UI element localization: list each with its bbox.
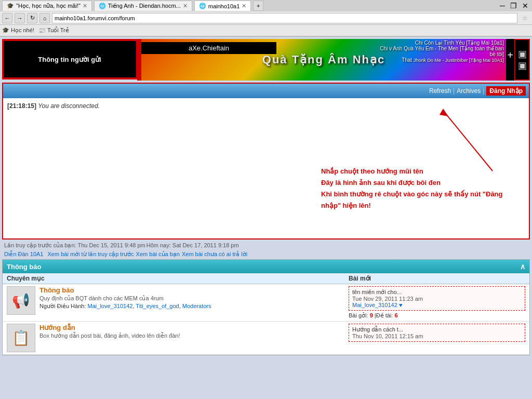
stat-topics-1: 6 xyxy=(394,312,397,318)
forum-panel: Refresh | Archives | Đăng Nhập [21:18:15… xyxy=(2,83,530,240)
newpost-author-1[interactable]: Mai_love_310142 ♥ xyxy=(352,302,522,308)
username-text: aXe.Chieftain xyxy=(189,44,229,52)
tab-2[interactable]: 🌐 Tiếng Anh - Diendan.hocm... ✕ xyxy=(94,1,192,11)
tab-3-close[interactable]: ✕ xyxy=(242,3,246,9)
dangnhap-button[interactable]: Đăng Nhập xyxy=(486,86,526,96)
back-button[interactable]: ← xyxy=(2,13,12,23)
bookmark-hocnhe[interactable]: 🎓 Học nhé! xyxy=(2,27,34,34)
banner-left: Thông tin người gửi xyxy=(2,39,137,79)
tab-1-label: "Học, học nữa, học mãi!" xyxy=(16,3,81,9)
collapse-button[interactable]: ∧ xyxy=(520,262,525,271)
thongbao-title: Thông báo xyxy=(7,263,41,271)
forum-title-1[interactable]: Thông báo xyxy=(39,286,344,294)
newpost-box-2: Hướng dẫn cách t... Thu Nov 10, 2011 12:… xyxy=(349,324,525,342)
forum-title-2[interactable]: Hướng dẫn xyxy=(39,324,344,331)
forum-icon-img-2: 📋 xyxy=(12,329,30,347)
chat-text: You are disconnected. xyxy=(38,102,100,110)
reload-button[interactable]: ↻ xyxy=(27,13,37,23)
forum-desc-1: Quy định của BQT dành cho các MEM của 4r… xyxy=(39,295,344,302)
banner-icon-2[interactable]: ▣ xyxy=(518,60,527,71)
bookmarks-bar: 🎓 Học nhé! 📰 Tuổi Trẻ xyxy=(0,25,532,36)
tab-2-close[interactable]: ✕ xyxy=(183,3,188,9)
thongbao-section: Thông báo ∧ Chuyên mục Bài mới 📢 Thông b… xyxy=(2,259,530,355)
annotation-line2: Đây là hình ảnh sau khi được bôi đen xyxy=(321,177,503,189)
annotation-line1: Nhắp chuột theo hướng mũi tên xyxy=(321,166,503,177)
banner-area: Thông tin người gửi Quà Tặng Âm Nhạc Chi… xyxy=(2,39,530,81)
your-posts-link[interactable]: Xem bài của bạn xyxy=(136,251,180,258)
annotation-text: Nhắp chuột theo hướng mũi tên Đây là hìn… xyxy=(321,166,503,211)
separator-1: | xyxy=(453,87,455,95)
newpost-box-1: tên miền mới cho... Tue Nov 29, 2011 11:… xyxy=(349,286,525,311)
forum-header: Refresh | Archives | Đăng Nhập xyxy=(3,84,529,98)
newpost-date-1: Tue Nov 29, 2011 11:23 am xyxy=(352,296,522,302)
newpost-stats-1: Bài gởi: 9 |Đề tài: 6 xyxy=(349,312,525,319)
svg-line-0 xyxy=(446,114,493,171)
address-bar[interactable] xyxy=(52,13,517,23)
banner-left-inner: Thông tin người gửi xyxy=(4,41,136,77)
bookmark-hocnhe-icon: 🎓 xyxy=(2,27,9,34)
page-content: Thông tin người gửi Quà Tặng Âm Nhạc Chi… xyxy=(0,37,532,388)
new-tab-button[interactable]: + xyxy=(253,1,263,11)
tab-1[interactable]: 🎓 "Học, học nữa, học mãi!" ✕ xyxy=(2,1,92,11)
forum-desc-2: Box hướng dẫn post bài, đăng ảnh, video … xyxy=(39,332,344,339)
forum-row-2: 📋 Hướng dẫn Box hướng dẫn post bài, đăng… xyxy=(3,322,529,355)
home-button[interactable]: ⌂ xyxy=(39,13,50,23)
banner-add-icon-area: + xyxy=(506,39,514,81)
chat-timestamp: [21:18:15] xyxy=(7,102,36,110)
chat-area: [21:18:15] You are disconnected. Nhắp ch… xyxy=(3,98,529,238)
bookmark-star[interactable]: ☆ xyxy=(520,13,530,23)
newpost-title-1: tên miền mới cho... xyxy=(352,289,522,296)
forum-link[interactable]: Diễn Đàn 10A1 xyxy=(4,251,44,258)
col-header-baimoi: Bài mới xyxy=(349,275,525,282)
tab-1-favicon: 🎓 xyxy=(7,3,14,9)
forum-icon-2: 📋 xyxy=(7,324,35,352)
bookmark-hocnhe-label: Học nhé! xyxy=(11,27,34,34)
banner-overlay-text: Chi Còn Lại Tình Yêu [Tặng Mai 10a1] Chi… xyxy=(380,40,504,63)
forward-button[interactable]: → xyxy=(15,13,25,23)
forum-info-2: Hướng dẫn Box hướng dẫn post bài, đăng ả… xyxy=(39,324,344,340)
separator-2: | xyxy=(483,87,484,95)
browser-chrome: 🎓 "Học, học nữa, học mãi!" ✕ 🌐 Tiếng Anh… xyxy=(0,0,532,37)
thongtin-label: Thông tin người gửi xyxy=(38,56,101,63)
col-header-chuyenmuc: Chuyên mục xyxy=(7,275,349,282)
tab-3-favicon: 🌐 xyxy=(199,3,206,9)
newpost-title-2: Hướng dẫn cách t... xyxy=(352,326,522,333)
bookmark-tuoitre[interactable]: 📰 Tuổi Trẻ xyxy=(38,27,69,34)
admin-link-1[interactable]: Mai_love_310142 xyxy=(88,303,133,309)
banner-icon-1[interactable]: ▣ xyxy=(518,48,527,60)
annotation-overlay: Nhắp chuột theo hướng mũi tên Đây là hìn… xyxy=(316,103,524,238)
unanswered-link[interactable]: Xem bài chưa có ai trả lời xyxy=(182,251,247,258)
forum-newpost-1: tên miền mới cho... Tue Nov 29, 2011 11:… xyxy=(349,286,525,319)
banner-right: ▣ ▣ xyxy=(514,39,530,81)
archives-link[interactable]: Archives xyxy=(457,87,481,95)
minimize-button[interactable]: ─ xyxy=(498,2,507,10)
tab-3-label: mainho10a1 xyxy=(208,3,240,9)
add-icon[interactable]: + xyxy=(506,49,514,61)
refresh-link[interactable]: Refresh xyxy=(429,87,451,95)
svg-marker-1 xyxy=(440,109,448,116)
maximize-button[interactable]: ❐ xyxy=(509,2,518,10)
admin-link-3[interactable]: Moderators xyxy=(182,303,211,309)
nav-bar: ← → ↻ ⌂ ☆ xyxy=(0,11,532,25)
forum-info-1: Thông báo Quy định của BQT dành cho các … xyxy=(39,286,344,310)
newpost-date-2: Thu Nov 10, 2011 12:15 am xyxy=(352,333,522,339)
bookmark-tuoitre-label: Tuổi Trẻ xyxy=(47,27,69,34)
stat-posts-1: 9 xyxy=(370,312,373,318)
tab-2-favicon: 🌐 xyxy=(99,3,106,9)
today-text: Hôm nay: Sat Dec 17, 2011 9:18 pm xyxy=(147,242,239,249)
admin-link-2[interactable]: Titi_eyes_of_god xyxy=(136,303,179,309)
banner-divider xyxy=(137,39,141,81)
last-visit-text: Lần truy cập trước của bạn: Thu Dec 15, … xyxy=(4,242,145,249)
tab-3[interactable]: 🌐 mainho10a1 ✕ xyxy=(194,1,251,11)
forum-newpost-2: Hướng dẫn cách t... Thu Nov 10, 2011 12:… xyxy=(349,324,525,342)
new-posts-link[interactable]: Xem bài mới từ lần truy cập trước xyxy=(48,251,134,258)
banner-colorful-text: Quà Tặng Âm Nhạc xyxy=(262,53,385,66)
annotation-line4: nhập" hiện lên! xyxy=(321,200,503,211)
footer-bar: Lần truy cập trước của bạn: Thu Dec 15, … xyxy=(0,241,532,250)
forum-icon-img-1: 📢 xyxy=(12,292,30,309)
tab-1-close[interactable]: ✕ xyxy=(83,3,87,9)
title-bar: 🎓 "Học, học nữa, học mãi!" ✕ 🌐 Tiếng Anh… xyxy=(0,0,532,11)
thongbao-header: Thông báo ∧ xyxy=(3,260,529,273)
forum-icon-1: 📢 xyxy=(7,286,35,315)
close-window-button[interactable]: ✕ xyxy=(521,2,530,10)
